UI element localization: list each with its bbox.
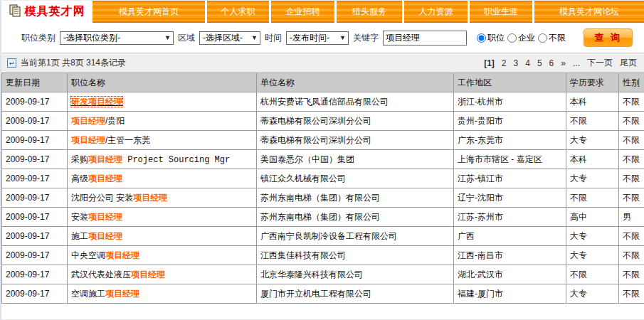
- update-date: 2009-09-17: [2, 284, 68, 304]
- scope-radio-企业[interactable]: 企业: [507, 32, 535, 44]
- nav-tab-4[interactable]: 猎头服务: [337, 1, 402, 23]
- education-requirement: 不限: [566, 188, 619, 208]
- table-row: 2009-09-17空调施工项目经理厦门市开立机电工程有限公司福建-厦门市大专不…: [2, 284, 644, 304]
- update-date: 2009-09-17: [2, 150, 68, 169]
- education-requirement: 本科: [566, 150, 619, 169]
- page-link-2[interactable]: 2: [502, 58, 507, 68]
- education-requirement: 本科: [566, 92, 619, 112]
- current-page: [1]: [484, 58, 495, 68]
- column-header: 工作地区: [454, 73, 566, 92]
- chevron-down-icon: ▼: [164, 34, 171, 41]
- education-requirement: 不限: [566, 265, 619, 284]
- query-button[interactable]: 查 询: [584, 28, 633, 47]
- job-title-link[interactable]: 沈阳分公司 安装项目经理: [71, 193, 167, 203]
- job-title-link[interactable]: 安装项目经理: [71, 212, 122, 222]
- job-title-cell: 武汉代表处液压项目经理: [68, 265, 257, 284]
- table-row: 2009-09-17安装项目经理苏州东南电梯（集团）有限公司江苏-苏州市高中男: [2, 208, 644, 227]
- page-link-...[interactable]: ...: [573, 58, 580, 68]
- work-location: 浙江-杭州市: [454, 92, 566, 112]
- page-link-3[interactable]: 3: [514, 58, 519, 68]
- nav-tab-2[interactable]: 个人求职: [207, 1, 269, 23]
- scope-radio-不限[interactable]: 不限: [538, 32, 566, 44]
- job-title-link[interactable]: 武汉代表处液压项目经理: [71, 270, 165, 279]
- keyword-highlight: 项目经理: [105, 289, 139, 299]
- page-link-»[interactable]: »: [561, 58, 566, 68]
- title-text: 施工: [71, 231, 88, 241]
- scope-radio-职位[interactable]: 职位: [477, 32, 505, 44]
- results-table: 更新日期职位名称单位名称工作地区学历要求性别 2009-09-17研发项目经理杭…: [1, 73, 644, 304]
- keyword-highlight: 项目经理: [88, 231, 122, 241]
- job-title-cell: 沈阳分公司 安装项目经理: [68, 188, 257, 208]
- job-title-link[interactable]: 研发项目经理: [71, 97, 122, 107]
- table-row: 2009-09-17武汉代表处液压项目经理北京华泰隆兴科技有限公司湖北-武汉市不…: [2, 265, 644, 284]
- radio-input[interactable]: [538, 33, 547, 43]
- nav-tab-7[interactable]: 模具英才网论坛: [534, 1, 644, 23]
- title-text: 空调施工: [71, 289, 105, 299]
- nav-tab-1[interactable]: 模具英才网首页: [93, 1, 205, 23]
- job-title-link[interactable]: 空调施工项目经理: [71, 289, 139, 299]
- time-select[interactable]: -发布时间- ▼: [286, 31, 349, 45]
- job-title-cell: 项目经理/主管一东莞: [68, 131, 257, 150]
- page-link-尾页[interactable]: 尾页: [620, 57, 637, 69]
- job-title-link[interactable]: 项目经理/主管一东莞: [71, 135, 150, 145]
- column-header: 职位名称: [68, 73, 257, 92]
- category-select[interactable]: -选择职位类别- ▼: [60, 31, 174, 45]
- job-title-link[interactable]: 采购项目经理 Project Sourcing Mgr: [71, 154, 230, 164]
- site-logo[interactable]: 模具英才网: [1, 1, 93, 23]
- work-location: 江苏-镇江市: [454, 169, 566, 188]
- gender-requirement: 不限: [619, 188, 644, 208]
- company-name: 蒂森电梯有限公司深圳分公司: [257, 131, 454, 150]
- nav-tab-3[interactable]: 企业招聘: [271, 1, 334, 23]
- region-select[interactable]: -选择区域- ▼: [199, 31, 260, 45]
- keyword-highlight: 项目经理: [88, 154, 122, 164]
- table-row: 2009-09-17项目经理/主管一东莞蒂森电梯有限公司深圳分公司广东-东莞市大…: [2, 131, 644, 150]
- company-name: 蒂森电梯有限公司深圳分公司: [257, 112, 454, 131]
- work-location: 湖北-武汉市: [454, 265, 566, 284]
- time-label: 时间: [265, 32, 282, 44]
- update-date: 2009-09-17: [2, 188, 68, 208]
- title-text: /贵阳: [105, 116, 125, 126]
- company-name: 杭州安费诺飞凤通信部品有限公司: [257, 92, 454, 112]
- gender-requirement: 不限: [619, 227, 644, 246]
- table-row: 2009-09-17沈阳分公司 安装项目经理苏州东南电梯（集团）有限公司辽宁-沈…: [2, 188, 644, 208]
- update-date: 2009-09-17: [2, 265, 68, 284]
- chevron-down-icon: ▼: [339, 34, 346, 41]
- radio-input[interactable]: [477, 33, 486, 43]
- result-summary: 当前第1页 共8页 314条记录: [21, 57, 126, 69]
- title-text: 沈阳分公司 安装: [71, 193, 133, 203]
- gender-requirement: 男: [619, 208, 644, 227]
- keyword-highlight: 项目经理: [131, 270, 165, 279]
- keyword-highlight: 项目经理: [88, 212, 122, 222]
- education-requirement: 高中: [566, 208, 619, 227]
- nav-tab-6[interactable]: 职业生涯: [470, 1, 532, 23]
- title-text: /主管一东莞: [105, 135, 150, 145]
- keyword-input[interactable]: [383, 31, 467, 46]
- gender-requirement: 不限: [619, 246, 644, 265]
- page-link-4[interactable]: 4: [525, 58, 530, 68]
- keyword-highlight: 项目经理: [71, 135, 105, 145]
- page-link-5[interactable]: 5: [537, 58, 542, 68]
- company-name: 江西集佳科技有限公司: [257, 246, 454, 265]
- page-link-下一页[interactable]: 下一页: [587, 57, 613, 69]
- job-title-link[interactable]: 高级项目经理: [71, 174, 122, 183]
- scope-radio-group: 职位企业不限: [477, 32, 566, 44]
- title-text: 采购: [71, 154, 88, 164]
- work-location: 上海市市辖区 - 嘉定区: [454, 150, 566, 169]
- page-link-6[interactable]: 6: [549, 58, 554, 68]
- column-header: 单位名称: [257, 73, 454, 92]
- job-title-link[interactable]: 中央空调项目经理: [71, 250, 139, 260]
- work-location: 广东-东莞市: [454, 131, 566, 150]
- keyword-label: 关键字: [353, 32, 379, 44]
- nav-tab-5[interactable]: 人力资源: [404, 1, 468, 23]
- page: 模具英才网 模具英才网首页个人求职企业招聘猎头服务人力资源职业生涯模具英才网论坛…: [0, 0, 644, 320]
- company-name: 厦门市开立机电工程有限公司: [257, 284, 454, 304]
- search-bar: 职位类别 -选择职位类别- ▼ 区域 -选择区域- ▼ 时间 -发布时间- ▼ …: [1, 23, 644, 51]
- column-header: 更新日期: [2, 73, 68, 92]
- job-title-link[interactable]: 施工项目经理: [71, 231, 122, 241]
- work-location: 江西-南昌市: [454, 246, 566, 265]
- job-title-link[interactable]: 项目经理/贵阳: [71, 116, 125, 126]
- company-name: 苏州东南电梯（集团）有限公司: [257, 208, 454, 227]
- radio-input[interactable]: [507, 33, 517, 43]
- table-row: 2009-09-17项目经理/贵阳蒂森电梯有限公司深圳分公司贵州-贵阳市不限不限: [2, 112, 644, 131]
- update-date: 2009-09-17: [2, 227, 68, 246]
